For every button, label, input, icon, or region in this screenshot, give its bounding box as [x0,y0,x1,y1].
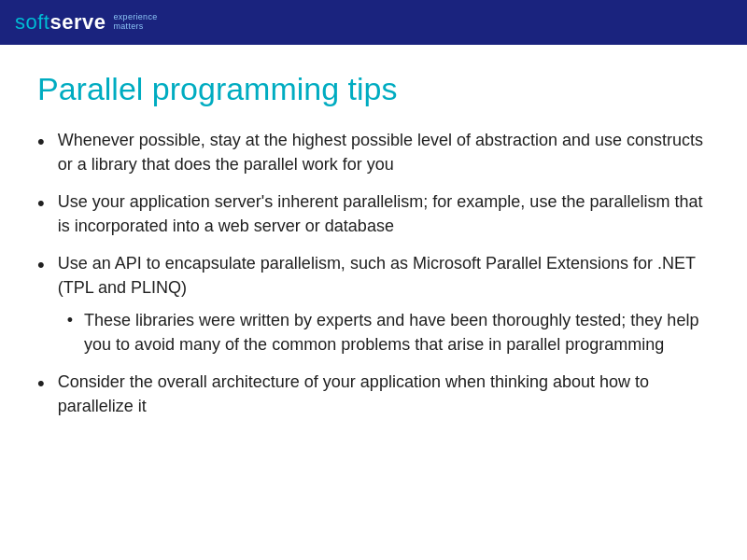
list-item: Consider the overall architecture of you… [37,370,710,418]
logo-serve: serve [49,10,106,35]
bullet-text-1: Whenever possible, stay at the highest p… [58,128,710,176]
list-item: Whenever possible, stay at the highest p… [37,128,710,176]
main-bullet-list: Whenever possible, stay at the highest p… [37,128,710,418]
tagline-line2: matters [113,22,157,32]
sub-bullet-list: These libraries were written by experts … [58,308,710,357]
bullet-text-2: Use your application server's inherent p… [58,189,710,238]
sub-bullet-text-3-1: These libraries were written by experts … [84,308,710,357]
header-bar: softserve experience matters [0,0,747,45]
list-item: Use your application server's inherent p… [37,189,710,238]
bullet-3-main-text: Use an API to encapsulate parallelism, s… [58,254,696,297]
main-content: Parallel programming tips Whenever possi… [0,45,747,450]
list-item: Use an API to encapsulate parallelism, s… [37,251,710,356]
bullet-text-3: Use an API to encapsulate parallelism, s… [58,251,710,356]
page-title: Parallel programming tips [37,71,710,107]
list-item: These libraries were written by experts … [67,308,710,357]
bullet-text-4: Consider the overall architecture of you… [58,370,710,418]
logo-soft: soft [15,10,49,35]
logo-tagline: experience matters [113,13,157,32]
